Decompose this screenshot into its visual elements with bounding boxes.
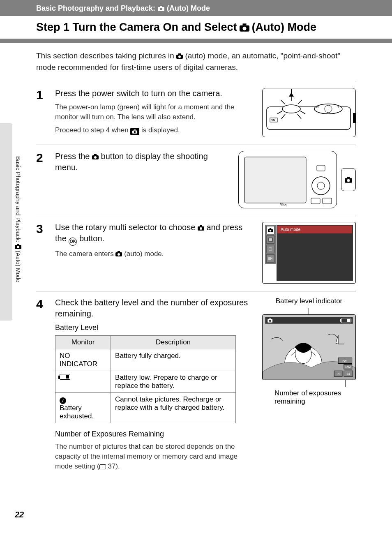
battery-level-heading: Battery Level [55,323,255,332]
svg-text:14M: 14M [345,365,351,368]
svg-rect-1 [17,244,19,245]
svg-text:W: W [316,106,319,108]
svg-line-22 [300,111,305,114]
side-text-b: (Auto) Mode [15,251,21,282]
svg-text:IN: IN [337,372,340,375]
step-heading: Press the button to display the shooting… [55,152,208,172]
breadcrumb-suffix: (Auto) Mode [167,4,210,13]
svg-rect-49 [118,251,120,252]
svg-rect-4 [160,6,162,7]
svg-line-26 [297,114,301,119]
step-desc: The power-on lamp (green) will light for… [55,102,255,122]
step-heading: Use the rotary multi selector to choose … [55,223,242,243]
menu-tab-scene [266,235,274,244]
title-prefix: Step 1 Turn the Camera On and Select [36,21,237,34]
callout-line: │ [262,380,356,387]
exposures-body: The number of pictures that can be store… [55,442,255,471]
svg-rect-13 [134,129,136,130]
page-title: Step 1 Turn the Camera On and Select (Au… [0,16,392,39]
svg-rect-65 [347,319,350,322]
t: button. [77,234,104,243]
svg-text:ON: ON [271,119,275,122]
breadcrumb-prefix: Basic Photography and Playback: [36,4,155,13]
camera-icon [240,23,249,32]
t: Proceed to step 4 when [55,126,130,134]
svg-rect-46 [200,225,202,226]
svg-rect-40 [323,198,332,204]
step-1: 1 Press the power switch to turn on the … [36,82,356,145]
svg-point-37 [317,182,325,189]
svg-point-11 [178,55,181,58]
svg-rect-33 [94,154,97,155]
svg-rect-52 [270,228,272,229]
battery-low-icon [60,374,70,380]
step-number: 2 [36,151,48,165]
book-icon [99,464,106,469]
svg-rect-35 [244,157,306,203]
menu-tab-movie [266,254,274,263]
camera-icon [158,6,164,11]
battery-level-table: Monitor Description NO INDICATOR Battery… [55,335,236,423]
cell: Battery fully charged. [111,349,236,371]
svg-rect-43 [347,177,350,178]
header-band: Basic Photography and Playback: (Auto) M… [0,0,392,43]
menu-tab-smile [266,245,274,253]
svg-point-44 [347,179,350,182]
step-4: 4 Check the battery level and the number… [36,291,356,478]
page-number: 22 [15,510,24,519]
camera-icon [115,251,122,256]
svg-line-25 [281,114,285,119]
cell: NO INDICATOR [55,349,111,371]
svg-point-47 [200,227,202,230]
step-number: 3 [36,222,48,236]
svg-rect-57 [268,257,271,260]
step-desc: The camera enters (auto) mode. [55,249,255,259]
step-desc-2: Proceed to step 4 when is displayed. [55,125,255,135]
svg-rect-55 [269,238,272,241]
menu-row-auto: Auto mode [277,226,352,233]
step-3: 3 Use the rotary multi selector to choos… [36,216,356,291]
svg-point-56 [269,247,272,251]
cell-battery-exhausted: iBattery exhausted. [55,393,111,423]
table-header-description: Description [111,336,236,349]
side-text-a: Basic Photography and Playback: [15,156,21,242]
exposures-remaining-label: Number of exposures remaining [262,389,356,406]
camera-top-illustration: ON W T [262,88,356,137]
table-header-monitor: Monitor [55,336,111,349]
t: The number of pictures that can be store… [55,443,238,470]
t: (auto) mode. [122,250,164,258]
breadcrumb: Basic Photography and Playback: (Auto) M… [36,4,392,13]
t: Battery exhausted. [60,404,94,420]
lcd-illustration: 720 14M IN 81 [262,314,356,380]
t: is displayed. [139,126,180,134]
svg-rect-16 [353,113,355,123]
svg-rect-38 [317,165,325,171]
info-icon: i [60,397,66,404]
cell-battery-low-icon [55,371,111,393]
t: Press the [55,152,92,161]
camera-back-illustration: Nikon [238,151,337,208]
menu-illustration: Auto mode [262,222,356,284]
camera-icon [92,154,99,159]
svg-rect-59 [265,317,353,324]
svg-text:T: T [337,106,339,108]
svg-point-29 [325,105,332,113]
mode-button-callout [341,168,356,191]
svg-point-34 [94,156,97,159]
svg-point-53 [270,230,272,232]
svg-text:Nikon: Nikon [280,203,287,206]
svg-rect-10 [178,53,181,55]
svg-point-19 [282,105,300,113]
svg-line-21 [277,111,282,114]
svg-line-24 [298,100,302,104]
svg-text:720: 720 [342,359,348,363]
step-number: 4 [36,297,48,311]
menu-tab-auto [266,226,274,234]
svg-text:81: 81 [346,372,350,376]
svg-rect-39 [311,198,320,204]
side-tab-text: Basic Photography and Playback: (Auto) M… [15,156,21,282]
svg-point-50 [118,253,120,256]
intro-a: This section describes taking pictures i… [36,51,176,60]
exposures-heading: Number of Exposures Remaining [55,430,255,438]
svg-rect-64 [340,319,341,322]
